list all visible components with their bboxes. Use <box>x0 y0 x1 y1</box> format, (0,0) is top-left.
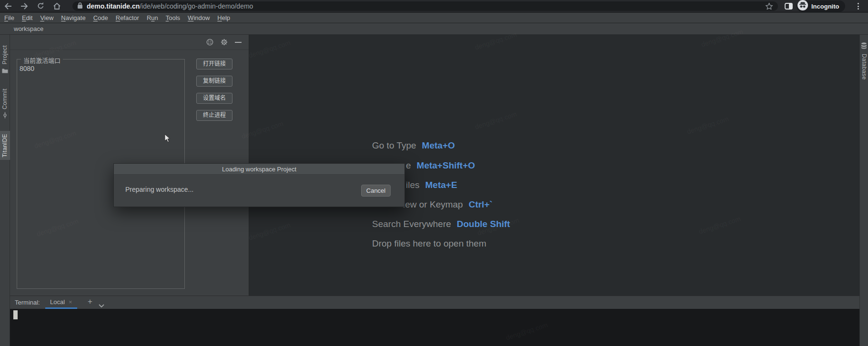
menu-window[interactable]: Window <box>184 14 213 21</box>
terminal-label: Terminal: <box>15 299 40 306</box>
database-icon <box>861 42 867 51</box>
menu-edit[interactable]: Edit <box>18 14 36 21</box>
menu-dots-icon[interactable] <box>858 3 859 10</box>
stripe-item-commit[interactable]: Commit <box>0 86 10 123</box>
stripe-label-titanide: TitanIDE <box>1 134 8 157</box>
menu-refactor[interactable]: Refactor <box>112 14 143 21</box>
copy-link-button[interactable]: 复制链接 <box>196 76 232 87</box>
open-link-button[interactable]: 打开链接 <box>196 59 232 69</box>
drop-files-hint: Drop files here to open them <box>372 238 486 249</box>
terminate-process-button[interactable]: 终止进程 <box>196 110 232 121</box>
terminal-tab-bar: Terminal: Local × + <box>10 296 859 309</box>
menu-run[interactable]: Run <box>143 14 162 21</box>
lock-icon <box>77 2 83 11</box>
shortcut-search-everywhere: Search EverywhereDouble Shift <box>372 218 510 230</box>
port-value: 8080 <box>20 65 34 72</box>
commit-icon <box>2 112 8 120</box>
incognito-badge: Incognito <box>797 0 845 12</box>
url-path: /ide/web/coding/go-admin-demo/demo <box>140 2 253 10</box>
menu-navigate[interactable]: Navigate <box>57 14 89 21</box>
breadcrumb[interactable]: workspace <box>14 25 43 32</box>
shortcut-go-to-type: Go to TypeMeta+O <box>372 140 455 151</box>
dialog-message: Preparing workspace... <box>125 186 193 193</box>
left-toolwindow-stripe: Project Commit TitanIDE <box>0 35 10 346</box>
right-toolwindow-stripe: Database <box>859 35 868 346</box>
reload-icon[interactable] <box>32 0 49 12</box>
menu-code[interactable]: Code <box>90 14 112 21</box>
plus-icon[interactable]: + <box>85 297 95 306</box>
globe-icon[interactable] <box>206 39 213 46</box>
close-icon[interactable]: × <box>69 298 72 306</box>
shortcut-recent-files: ilesMeta+E <box>406 179 457 191</box>
shortcut-go-to-file: eMeta+Shift+O <box>406 160 475 171</box>
url-domain: demo.titanide.cn <box>87 2 140 10</box>
menu-file[interactable]: File <box>0 14 18 21</box>
menu-help[interactable]: Help <box>213 14 234 21</box>
terminal-panel: Terminal: Local × + <box>10 296 859 346</box>
hide-icon[interactable] <box>235 41 242 43</box>
stripe-label-commit: Commit <box>1 89 8 109</box>
browser-toolbar: demo.titanide.cn/ide/web/coding/go-admin… <box>0 0 868 12</box>
forward-icon[interactable] <box>16 0 32 12</box>
set-domain-button[interactable]: 设置域名 <box>196 93 232 104</box>
side-panel-icon[interactable] <box>780 0 797 12</box>
chevron-down-icon[interactable] <box>99 301 104 309</box>
shortcut-view-or-keymap: iew or KeymapCtrl+` <box>403 199 493 210</box>
stripe-label-project: Project <box>1 45 8 64</box>
address-bar[interactable]: demo.titanide.cn/ide/web/coding/go-admin… <box>72 1 778 11</box>
menu-view[interactable]: View <box>36 14 57 21</box>
terminal-tab-local[interactable]: Local × <box>45 296 77 309</box>
ide-menu-bar: File Edit View Navigate Code Refactor Ru… <box>0 13 868 23</box>
terminal-output[interactable] <box>10 309 859 346</box>
terminal-cursor <box>13 310 18 319</box>
folder-icon <box>2 67 8 75</box>
navigation-bar: workspace <box>0 23 868 35</box>
stripe-item-titanide[interactable]: TitanIDE <box>0 131 10 160</box>
home-icon[interactable] <box>49 0 65 12</box>
tool-window-header <box>10 35 249 50</box>
menu-tools[interactable]: Tools <box>162 14 184 21</box>
active-port-label: 当前激活端口 <box>21 56 63 65</box>
cancel-button[interactable]: Cancel <box>361 185 391 197</box>
dialog-title[interactable]: Loading workspace Project <box>114 164 404 175</box>
loading-workspace-dialog: Loading workspace Project Preparing work… <box>113 163 405 207</box>
gear-icon[interactable] <box>221 39 228 46</box>
stripe-item-database[interactable]: Database <box>861 54 868 80</box>
port-actions: 打开链接 复制链接 设置域名 终止进程 <box>196 59 232 121</box>
star-icon[interactable] <box>765 2 773 10</box>
url-text: demo.titanide.cn/ide/web/coding/go-admin… <box>87 2 765 10</box>
back-icon[interactable] <box>0 0 16 12</box>
stripe-item-project[interactable]: Project <box>0 42 10 78</box>
incognito-label: Incognito <box>811 3 839 10</box>
incognito-icon <box>797 0 808 12</box>
